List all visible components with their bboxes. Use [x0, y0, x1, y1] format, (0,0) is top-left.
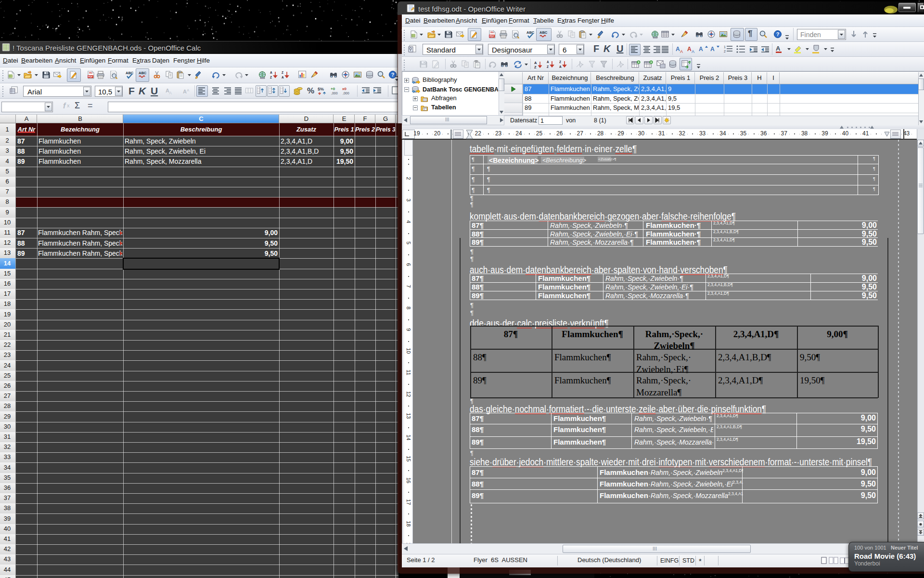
svg-text:ABC: ABC	[126, 71, 134, 75]
svg-text:Z: Z	[282, 71, 283, 74]
svg-text:A: A	[270, 71, 272, 74]
svg-text:A: A	[776, 45, 781, 52]
svg-text:A: A	[559, 65, 562, 68]
svg-text:ABC: ABC	[526, 30, 535, 35]
svg-text:A: A	[183, 89, 187, 94]
svg-text:A: A	[699, 46, 703, 53]
svg-text:2: 2	[724, 50, 726, 53]
svg-text:1: 1	[724, 45, 726, 49]
svg-text:Z: Z	[547, 65, 549, 68]
svg-text:PDF: PDF	[88, 75, 93, 78]
svg-text:ABC: ABC	[139, 71, 147, 75]
svg-text:A: A	[692, 49, 694, 54]
svg-text:,000: ,000	[343, 92, 349, 95]
svg-text:?: ?	[391, 72, 395, 78]
svg-text:A: A	[282, 76, 284, 79]
svg-text:A: A	[187, 88, 190, 92]
svg-text:?: ?	[776, 31, 780, 37]
svg-text:A: A	[547, 60, 549, 64]
svg-text:Z: Z	[534, 65, 537, 69]
svg-text:A: A	[169, 91, 172, 95]
svg-text:Z: Z	[559, 60, 561, 64]
svg-text:A: A	[710, 46, 715, 53]
svg-text:$%: $%	[318, 87, 324, 92]
svg-text:A: A	[680, 49, 683, 54]
svg-text:PDF: PDF	[489, 35, 494, 38]
svg-text:A: A	[534, 61, 537, 65]
svg-text:,000: ,000	[331, 92, 338, 95]
svg-text:A: A	[687, 46, 692, 53]
svg-text:+0: +0	[331, 87, 335, 91]
svg-text:Z: Z	[270, 76, 272, 79]
svg-text:ABC: ABC	[539, 30, 548, 35]
svg-text:A: A	[676, 46, 680, 53]
svg-text:x0: x0	[342, 87, 346, 91]
